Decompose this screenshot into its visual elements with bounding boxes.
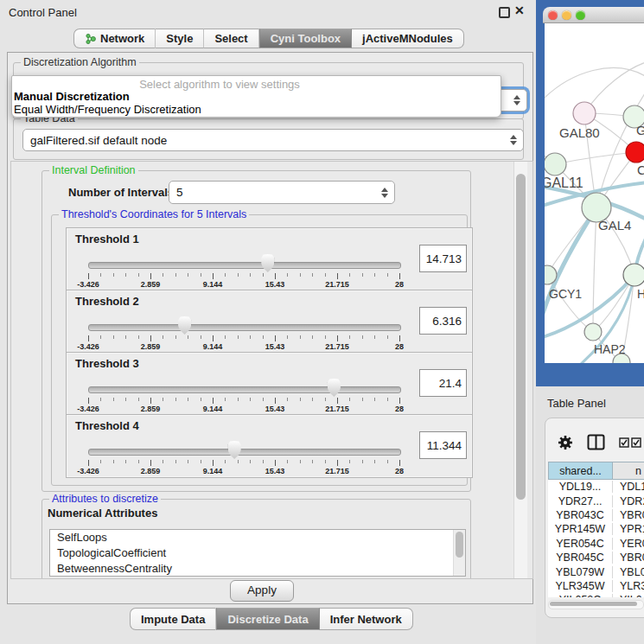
attributes-group-title: Attributes to discretize [49,493,161,505]
cell-name[interactable]: YLR3 [613,580,644,592]
tick-label: 2.859 [141,280,161,289]
horizontal-scrollbar[interactable] [548,600,644,609]
table-data-combobox[interactable]: galFiltered.sif default node [22,129,524,151]
list-scrollbar[interactable] [453,530,465,576]
tick-mark [238,335,239,339]
threshold-value-field[interactable]: 11.344 [419,431,467,459]
split-columns-icon[interactable] [587,434,605,450]
network-node[interactable] [626,142,644,163]
table-row[interactable]: YLR345WYLR3 [548,579,644,593]
scrollbar-thumb[interactable] [516,174,526,500]
attribute-list-item[interactable]: TopologicalCoefficient [50,545,465,561]
gear-icon[interactable] [558,435,573,450]
threshold-slider[interactable]: -3.4262.8599.14415.4321.71528 [88,415,399,477]
tick-mark [88,398,89,404]
column-header-name[interactable]: n [613,462,644,480]
popup-option-equal-width-frequency[interactable]: Equal Width/Frequency Discretization [14,103,201,116]
tick-mark [175,273,176,277]
threshold-slider[interactable]: -3.4262.8599.14415.4321.71528 [88,228,399,290]
cell-name[interactable]: YPR1 [613,523,644,535]
slider-handle[interactable] [261,254,274,272]
threshold-slider[interactable]: -3.4262.8599.14415.4321.71528 [88,290,399,353]
tab-style[interactable]: Style [156,29,204,48]
slider-track[interactable] [88,386,401,393]
tab-network[interactable]: Network [73,29,156,48]
network-node[interactable] [584,323,602,341]
cell-shared-name[interactable]: YPR145W [548,523,613,535]
cell-name[interactable]: YDR2 [613,495,644,507]
slider-track[interactable] [88,449,401,456]
slider-track[interactable] [88,324,401,331]
number-of-intervals-combobox[interactable]: 5 [169,181,395,204]
slider-handle[interactable] [228,441,241,459]
popup-option-manual-discretization[interactable]: Manual Discretization [14,90,130,103]
network-edge[interactable] [545,68,644,103]
tab-discretize-data[interactable]: Discretize Data [216,608,319,630]
tab-select[interactable]: Select [204,29,258,48]
threshold-value-field[interactable]: 21.4 [419,369,467,397]
cell-name[interactable]: YIL0 [613,594,642,597]
vertical-scrollbar[interactable] [513,162,527,578]
attribute-list-item[interactable]: SelfLoops [50,530,465,545]
table-data-value: galFiltered.sif default node [30,134,167,147]
cell-name[interactable]: YER0 [613,538,644,550]
tab-impute-data[interactable]: Impute Data [130,608,216,630]
table-row[interactable]: YER054CYER0 [548,537,644,551]
threshold-value-field[interactable]: 6.316 [419,307,467,335]
cell-name[interactable]: YBL0 [613,566,644,578]
number-of-intervals-value: 5 [176,186,183,199]
network-canvas[interactable]: GAL80G.GAL11CGAL4GCY1HHAP2 [545,23,644,363]
tab-jactivemnodules[interactable]: jActiveMNodules [352,29,464,48]
slider-handle[interactable] [328,379,341,397]
tick-mark [387,273,388,277]
table-row[interactable]: YDR27...YDR2 [548,494,644,507]
float-window-icon[interactable] [499,7,510,18]
close-icon[interactable]: ✕ [514,3,525,17]
tick-mark [88,273,89,279]
network-node[interactable] [573,102,596,124]
apply-button[interactable]: Apply [230,580,294,602]
table-row[interactable]: YBR043CYBR0 [548,508,644,522]
mac-close-icon[interactable] [548,10,558,20]
tab-cyni-toolbox[interactable]: Cyni Toolbox [259,29,352,48]
mac-minimize-icon[interactable] [562,10,571,20]
threshold-slider[interactable]: -3.4262.8599.14415.4321.71528 [88,353,399,415]
cell-shared-name[interactable]: YDL19... [548,481,613,493]
network-node[interactable] [623,264,644,286]
tick-mark [250,398,251,401]
slider-track[interactable] [88,262,401,269]
checkbox-icon[interactable] [631,437,641,448]
checkbox-icon[interactable] [619,437,629,448]
column-header-shared-name[interactable]: shared... [548,462,613,480]
table-row[interactable]: YBL079WYBL0 [548,564,644,578]
tick-mark [374,335,375,339]
table-row[interactable]: YPR145WYPR1 [548,522,644,536]
tick-mark [88,335,89,341]
table-row[interactable]: YIL052CYIL0 [548,593,644,597]
cell-shared-name[interactable]: YBL079W [548,566,613,578]
threshold-value-field[interactable]: 14.713 [419,245,467,272]
cell-name[interactable]: YBR0 [613,552,644,564]
table-row[interactable]: YDL19...YDL1 [548,480,644,494]
cell-shared-name[interactable]: YIL052C [548,594,613,597]
cell-shared-name[interactable]: YER054C [548,538,613,550]
cell-shared-name[interactable]: YBR043C [548,509,613,521]
table-row[interactable]: YBR045CYBR0 [548,551,644,564]
numerical-attributes-list[interactable]: SelfLoopsTopologicalCoefficientBetweenne… [49,529,466,577]
attribute-list-item[interactable]: BetweennessCentrality [50,561,465,577]
cell-name[interactable]: YBR0 [613,509,644,521]
table-rows[interactable]: YDL19...YDL1YDR27...YDR2YBR043CYBR0YPR14… [548,480,644,597]
cell-name[interactable]: YDL1 [613,481,644,493]
tab-infer-network[interactable]: Infer Network [320,608,413,630]
tick-mark [138,460,139,463]
scrollbar-thumb[interactable] [550,602,637,606]
network-window-titlebar[interactable] [543,7,644,23]
network-edge[interactable] [555,152,636,164]
cell-shared-name[interactable]: YBR045C [548,552,613,564]
tick-mark [263,398,264,401]
slider-handle[interactable] [178,316,191,335]
mac-zoom-icon[interactable] [576,10,585,20]
network-node[interactable] [545,153,566,175]
cell-shared-name[interactable]: YDR27... [548,495,613,507]
cell-shared-name[interactable]: YLR345W [548,580,613,592]
